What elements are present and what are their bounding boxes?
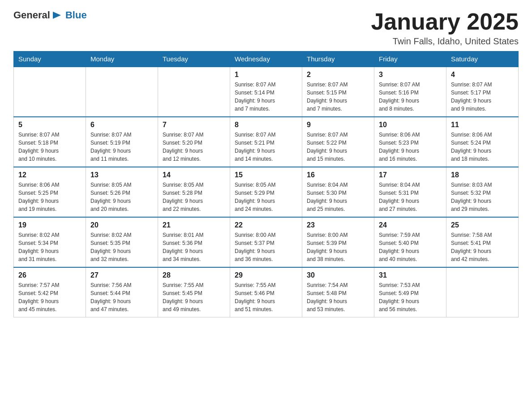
day-number: 26 [18,271,81,279]
calendar-week-row: 1Sunrise: 8:07 AM Sunset: 5:14 PM Daylig… [14,67,519,117]
calendar-cell: 2Sunrise: 8:07 AM Sunset: 5:15 PM Daylig… [302,67,374,117]
calendar-cell: 9Sunrise: 8:07 AM Sunset: 5:22 PM Daylig… [302,117,374,167]
calendar-cell: 14Sunrise: 8:05 AM Sunset: 5:28 PM Dayli… [158,167,230,217]
calendar-cell: 10Sunrise: 8:06 AM Sunset: 5:23 PM Dayli… [374,117,446,167]
day-number: 3 [379,71,442,79]
calendar-cell: 6Sunrise: 8:07 AM Sunset: 5:19 PM Daylig… [86,117,158,167]
day-number: 18 [451,171,514,179]
day-info: Sunrise: 8:03 AM Sunset: 5:32 PM Dayligh… [451,181,514,213]
day-info: Sunrise: 8:04 AM Sunset: 5:30 PM Dayligh… [307,181,369,213]
day-info: Sunrise: 7:57 AM Sunset: 5:42 PM Dayligh… [18,281,81,313]
calendar-cell: 7Sunrise: 8:07 AM Sunset: 5:20 PM Daylig… [158,117,230,167]
day-info: Sunrise: 8:05 AM Sunset: 5:29 PM Dayligh… [235,181,297,213]
day-number: 16 [307,171,369,179]
day-header-thursday: Thursday [302,51,374,67]
calendar-week-row: 19Sunrise: 8:02 AM Sunset: 5:34 PM Dayli… [14,217,519,267]
day-number: 19 [18,221,81,229]
day-info: Sunrise: 8:07 AM Sunset: 5:21 PM Dayligh… [235,131,297,163]
calendar-cell: 23Sunrise: 8:00 AM Sunset: 5:39 PM Dayli… [302,217,374,267]
day-info: Sunrise: 8:07 AM Sunset: 5:22 PM Dayligh… [307,131,369,163]
day-info: Sunrise: 8:07 AM Sunset: 5:19 PM Dayligh… [90,131,153,163]
day-number: 10 [379,121,442,129]
calendar-cell: 13Sunrise: 8:05 AM Sunset: 5:26 PM Dayli… [86,167,158,217]
day-info: Sunrise: 8:01 AM Sunset: 5:36 PM Dayligh… [163,231,225,263]
day-number: 2 [307,71,369,79]
calendar-cell: 16Sunrise: 8:04 AM Sunset: 5:30 PM Dayli… [302,167,374,217]
calendar-cell: 29Sunrise: 7:55 AM Sunset: 5:46 PM Dayli… [230,267,302,317]
day-info: Sunrise: 8:00 AM Sunset: 5:37 PM Dayligh… [235,231,297,263]
calendar-cell: 15Sunrise: 8:05 AM Sunset: 5:29 PM Dayli… [230,167,302,217]
calendar-header-row: SundayMondayTuesdayWednesdayThursdayFrid… [14,51,519,67]
day-info: Sunrise: 8:05 AM Sunset: 5:28 PM Dayligh… [163,181,225,213]
day-number: 31 [379,271,442,279]
day-info: Sunrise: 8:07 AM Sunset: 5:14 PM Dayligh… [235,81,297,113]
day-number: 29 [235,271,297,279]
day-header-sunday: Sunday [14,51,86,67]
calendar-cell: 5Sunrise: 8:07 AM Sunset: 5:18 PM Daylig… [14,117,86,167]
calendar-week-row: 5Sunrise: 8:07 AM Sunset: 5:18 PM Daylig… [14,117,519,167]
day-number: 7 [163,121,225,129]
day-number: 17 [379,171,442,179]
calendar-cell: 11Sunrise: 8:06 AM Sunset: 5:24 PM Dayli… [446,117,519,167]
day-number: 20 [90,221,153,229]
day-number: 22 [235,221,297,229]
day-number: 9 [307,121,369,129]
logo-arrow-icon [51,9,64,21]
calendar-week-row: 12Sunrise: 8:06 AM Sunset: 5:25 PM Dayli… [14,167,519,217]
calendar-cell: 28Sunrise: 7:55 AM Sunset: 5:45 PM Dayli… [158,267,230,317]
calendar-cell [86,67,158,117]
day-number: 5 [18,121,81,129]
day-number: 24 [379,221,442,229]
day-number: 1 [235,71,297,79]
day-number: 8 [235,121,297,129]
day-header-monday: Monday [86,51,158,67]
title-block: January 2025 Twin Falls, Idaho, United S… [371,9,519,47]
calendar-cell: 17Sunrise: 8:04 AM Sunset: 5:31 PM Dayli… [374,167,446,217]
day-header-wednesday: Wednesday [230,51,302,67]
day-header-saturday: Saturday [446,51,519,67]
calendar-cell: 4Sunrise: 8:07 AM Sunset: 5:17 PM Daylig… [446,67,519,117]
day-info: Sunrise: 8:07 AM Sunset: 5:15 PM Dayligh… [307,81,369,113]
day-info: Sunrise: 8:06 AM Sunset: 5:23 PM Dayligh… [379,131,442,163]
logo-text-general: General [13,9,50,21]
day-info: Sunrise: 8:02 AM Sunset: 5:34 PM Dayligh… [18,231,81,263]
day-number: 11 [451,121,514,129]
day-info: Sunrise: 7:58 AM Sunset: 5:41 PM Dayligh… [451,231,514,263]
day-info: Sunrise: 7:59 AM Sunset: 5:40 PM Dayligh… [379,231,442,263]
day-info: Sunrise: 8:00 AM Sunset: 5:39 PM Dayligh… [307,231,369,263]
calendar-week-row: 26Sunrise: 7:57 AM Sunset: 5:42 PM Dayli… [14,267,519,317]
day-info: Sunrise: 8:07 AM Sunset: 5:16 PM Dayligh… [379,81,442,113]
calendar-cell [14,67,86,117]
day-number: 23 [307,221,369,229]
day-info: Sunrise: 8:06 AM Sunset: 5:24 PM Dayligh… [451,131,514,163]
day-number: 12 [18,171,81,179]
day-info: Sunrise: 8:07 AM Sunset: 5:20 PM Dayligh… [163,131,225,163]
calendar-cell: 25Sunrise: 7:58 AM Sunset: 5:41 PM Dayli… [446,217,519,267]
day-number: 28 [163,271,225,279]
calendar-cell: 24Sunrise: 7:59 AM Sunset: 5:40 PM Dayli… [374,217,446,267]
calendar-cell [158,67,230,117]
calendar-cell [446,267,519,317]
day-header-friday: Friday [374,51,446,67]
day-number: 14 [163,171,225,179]
calendar-cell: 8Sunrise: 8:07 AM Sunset: 5:21 PM Daylig… [230,117,302,167]
calendar-cell: 12Sunrise: 8:06 AM Sunset: 5:25 PM Dayli… [14,167,86,217]
day-info: Sunrise: 8:07 AM Sunset: 5:18 PM Dayligh… [18,131,81,163]
calendar-cell: 3Sunrise: 8:07 AM Sunset: 5:16 PM Daylig… [374,67,446,117]
logo-text-blue: Blue [65,9,87,21]
day-info: Sunrise: 7:55 AM Sunset: 5:45 PM Dayligh… [163,281,225,313]
calendar-cell: 31Sunrise: 7:53 AM Sunset: 5:49 PM Dayli… [374,267,446,317]
day-number: 21 [163,221,225,229]
calendar-subtitle: Twin Falls, Idaho, United States [371,36,519,47]
calendar-cell: 30Sunrise: 7:54 AM Sunset: 5:48 PM Dayli… [302,267,374,317]
day-info: Sunrise: 8:06 AM Sunset: 5:25 PM Dayligh… [18,181,81,213]
calendar-cell: 26Sunrise: 7:57 AM Sunset: 5:42 PM Dayli… [14,267,86,317]
day-info: Sunrise: 8:04 AM Sunset: 5:31 PM Dayligh… [379,181,442,213]
day-info: Sunrise: 7:55 AM Sunset: 5:46 PM Dayligh… [235,281,297,313]
svg-marker-0 [53,12,61,19]
day-header-tuesday: Tuesday [158,51,230,67]
calendar-cell: 20Sunrise: 8:02 AM Sunset: 5:35 PM Dayli… [86,217,158,267]
day-info: Sunrise: 8:07 AM Sunset: 5:17 PM Dayligh… [451,81,514,113]
day-number: 13 [90,171,153,179]
day-number: 15 [235,171,297,179]
